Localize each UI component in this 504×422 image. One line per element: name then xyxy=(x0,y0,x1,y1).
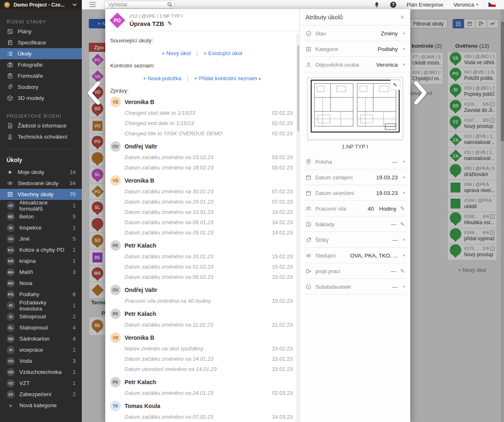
plan-label[interactable]: Plán Enterprise xyxy=(407,2,443,8)
category-count: 1 xyxy=(73,347,76,353)
attr-row-pracovni-sila[interactable]: Pracovní síla 40 Hodiny ✎ xyxy=(300,201,410,216)
tag-icon xyxy=(305,237,312,243)
sidebar-item-label: 3D modely xyxy=(18,95,44,101)
attr-row-datum-ukonceni[interactable]: Datum ukončení 19.03.23 ▾ xyxy=(300,185,410,201)
location-pin-icon xyxy=(305,158,312,165)
new-related-task-link[interactable]: + Nový úkol xyxy=(162,50,191,56)
sidebar-category-item[interactable]: SL Slaboproud 4 xyxy=(0,322,82,333)
pencil-icon[interactable]: ✎ xyxy=(400,221,405,227)
sidebar-category-item[interactable]: BE Beton 5 xyxy=(0,211,82,222)
attr-value: — xyxy=(392,159,398,165)
category-badge: PO xyxy=(7,290,15,299)
user-menu[interactable]: Veronica ▾ xyxy=(453,2,478,8)
task-title: Úprava TZB xyxy=(129,20,164,27)
avatar: VB xyxy=(110,97,121,107)
sidebar-category-item[interactable]: MA Malíři 3 xyxy=(0,267,82,278)
section-building-management: ŘÍZENÍ STAVBY xyxy=(0,19,82,26)
czech-flag-icon[interactable] xyxy=(488,2,496,7)
category-badge: PI xyxy=(7,301,15,310)
chevron-down-icon: ▾ xyxy=(403,191,405,195)
attr-row-datum-zahajeni[interactable]: Datum zahájení 19.03.23 ▾ xyxy=(300,169,410,185)
message-line: Datum začátku změněno na 01.02.23 15.02.… xyxy=(110,262,299,272)
sidebar-item-new-category[interactable]: + Nová kategorie xyxy=(0,400,82,411)
edit-title-icon[interactable]: ✎ xyxy=(167,20,172,27)
sidebar-category-item[interactable]: IN Inspekce 1 xyxy=(0,222,82,233)
sidebar-category-item[interactable]: NO Nova xyxy=(0,278,82,289)
attr-row-projit-praci[interactable]: projit prací — ✎ xyxy=(300,263,410,279)
sidebar-item-soubory[interactable]: Soubory xyxy=(0,81,82,93)
attr-row-odpovedna-osoba[interactable]: Odpovědná osoba Veronica ▾ xyxy=(300,57,410,72)
sidebar-category-item[interactable]: VI vicepráce 1 xyxy=(0,344,82,355)
attr-row-stitky[interactable]: Štítky — ▾ xyxy=(300,232,410,248)
sidebar-item-label: Moje úkoly xyxy=(18,169,44,175)
sidebar-category-item[interactable]: VO Voda 3 xyxy=(0,355,82,366)
sidebar-category-item[interactable]: KR krajina 1 xyxy=(0,255,82,267)
sidebar-item-specifikace[interactable]: Specifikace xyxy=(0,37,82,48)
category-label: Voda xyxy=(19,358,32,364)
sidebar-item-fotografie[interactable]: Fotografie xyxy=(0,59,82,70)
search-input[interactable] xyxy=(104,1,175,9)
category-count: 4 xyxy=(73,336,76,342)
specifications-icon xyxy=(7,39,13,46)
chevron-down-icon: ▾ xyxy=(403,160,405,164)
project-selector[interactable]: Demo Project - Cze... xyxy=(0,0,82,9)
sidebar-item-ukoly[interactable]: Úkoly xyxy=(0,48,82,59)
eye-icon xyxy=(305,252,312,259)
project-name: Demo Project - Cze... xyxy=(14,2,65,8)
sidebar-category-item[interactable]: VA Jiné 5 xyxy=(0,233,82,244)
new-checklist-item-link[interactable]: + Nová položka xyxy=(143,75,181,81)
sidebar-item-plany[interactable]: Plány xyxy=(0,26,82,37)
sidebar-item-formulare[interactable]: Formuláře xyxy=(0,70,82,81)
message-line: Datum začátku změněno na 06.01.23 14.02.… xyxy=(110,217,299,227)
modal-scrollbar[interactable] xyxy=(296,34,299,422)
attr-row-sledujici[interactable]: Sledující OVA, PKA, TKO, ... ▾ xyxy=(300,248,410,263)
sidebar-category-item[interactable]: KA Kolize a chyby PD 1 xyxy=(0,244,82,255)
sidebar-item-vsechny-ukoly[interactable]: Všechny úkoly 70 xyxy=(0,189,82,200)
sidebar-category-item[interactable]: SI Silnoproud 2 xyxy=(0,311,82,322)
sidebar-item-zadosti[interactable]: Žádosti o informace xyxy=(0,120,82,131)
category-label: Aktualizace formulářů xyxy=(19,199,68,212)
add-checklist-link[interactable]: + Přidat kontrolní seznam ▾ xyxy=(194,75,261,81)
sidebar-item-schvaleni[interactable]: Technická schválení xyxy=(0,131,82,142)
attr-row-subdodavatele[interactable]: Subdodavatelé — ▾ xyxy=(300,279,410,294)
notifications-bell-icon[interactable] xyxy=(374,2,380,8)
message-line: Datum začátku změněno na 05.01.23 14.02.… xyxy=(110,227,299,238)
sidebar-category-item[interactable]: PI Požadavky Investora 1 xyxy=(0,300,82,311)
sidebar-item-moje-ukoly[interactable]: ★ Moje úkoly 14 xyxy=(0,167,82,178)
existing-task-link[interactable]: + Existující úkol xyxy=(203,50,242,56)
floor-plan-thumbnail[interactable]: ✎ xyxy=(307,77,403,140)
pencil-icon[interactable]: ✎ xyxy=(400,205,405,212)
sidebar-category-item[interactable]: ZA Zabezpečení 2 xyxy=(0,389,82,400)
category-label: vicepráce xyxy=(19,347,43,353)
message-line: Datum začátku změněno na 30.01.23 07.02.… xyxy=(110,186,299,197)
sidebar-item-label: Fotografie xyxy=(18,62,43,68)
sidebar-item-3d-modely[interactable]: 3D modely xyxy=(0,93,82,104)
category-count: 1 xyxy=(73,225,76,231)
plan-block: ✎ 1.NP TYP I xyxy=(300,72,410,154)
sidebar-category-item[interactable]: SD Sádrokarton 4 xyxy=(0,333,82,344)
attr-row-poloha[interactable]: Poloha — ▾ xyxy=(300,154,410,169)
search-icon[interactable] xyxy=(167,2,173,7)
menu-icon[interactable] xyxy=(89,2,96,7)
carousel-right-chevron[interactable] xyxy=(413,81,428,105)
sidebar-category-item[interactable]: AF Aktualizace formulářů 1 xyxy=(0,200,82,211)
sidebar-item-sledovane-ukoly[interactable]: Sledované úkoly 34 xyxy=(0,178,82,189)
task-detail-header: PO #12 | @VPE | 1.NP TYP I Úprava TZB ✎ xyxy=(105,9,299,31)
category-label: Sádrokarton xyxy=(19,336,50,342)
sidebar-category-item[interactable]: VZ VZT 1 xyxy=(0,378,82,389)
message-group: PK Petr Kalach Datum začátku změněno na … xyxy=(110,240,299,282)
close-icon[interactable]: × xyxy=(400,13,405,21)
edit-plan-button[interactable]: ✎ xyxy=(390,80,400,90)
carousel-left-chevron[interactable] xyxy=(86,81,102,105)
attr-row-stav[interactable]: Stav Změny ▾ xyxy=(300,26,410,41)
pencil-icon[interactable]: ✎ xyxy=(400,268,405,274)
sidebar-category-item[interactable]: PO Podlahy 6 xyxy=(0,289,82,300)
message-author: Petr Kalach xyxy=(125,311,156,317)
person-icon xyxy=(305,61,312,68)
sidebar-category-item[interactable]: VD Vzduchotechnika 1 xyxy=(0,366,82,378)
attr-row-kategorie[interactable]: Kategorie Podlahy ▾ xyxy=(300,41,410,57)
attr-row-naklady[interactable]: $ Náklady — ✎ xyxy=(300,216,410,232)
message-author: Veronika B xyxy=(125,177,154,184)
help-icon[interactable]: ? xyxy=(390,2,396,8)
approval-stamp-icon xyxy=(7,134,13,140)
